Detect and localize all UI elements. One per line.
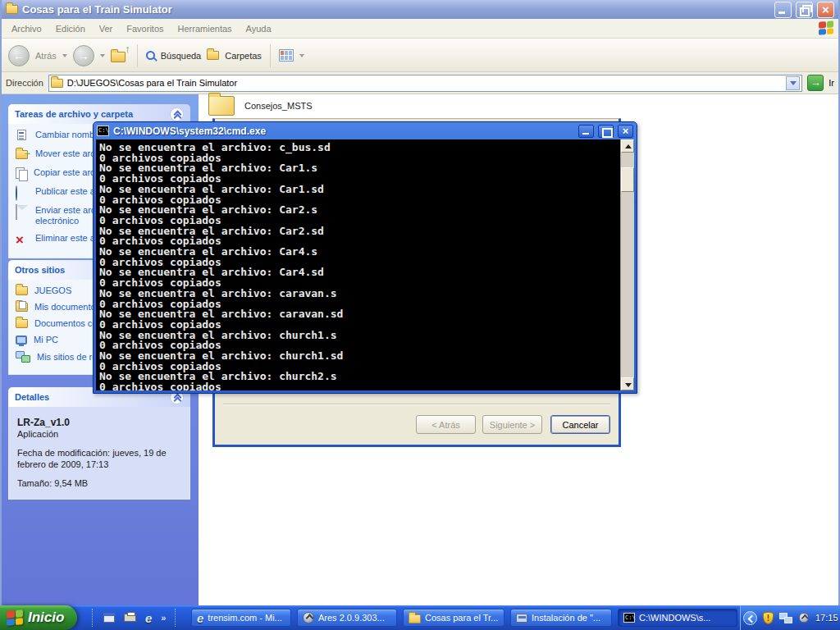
email-icon	[16, 205, 30, 217]
wizard-cancel-button[interactable]: Cancelar	[550, 415, 610, 434]
taskbar-clock[interactable]: 17:15	[815, 613, 838, 623]
cmd-minimize-button[interactable]	[578, 125, 594, 138]
taskbar-button-installer[interactable]: Instalación de "...	[510, 609, 612, 627]
taskbar-button-explorer[interactable]: Cosas para el Tr...	[403, 609, 504, 627]
toolbar: Atrás Búsqueda Carpetas	[2, 39, 838, 72]
menu-herramientas[interactable]: Herramientas	[178, 24, 232, 34]
quick-launch-app-icon[interactable]	[103, 613, 115, 623]
console-output: No se encuentra el archivo: c_bus.sd 0 a…	[96, 139, 620, 390]
toolbar-separator	[137, 44, 138, 67]
restore-button[interactable]	[796, 2, 813, 18]
taskbar-button-ares[interactable]: Ares 2.0.9.303...	[297, 609, 397, 627]
publish-icon	[16, 186, 30, 199]
installer-icon	[516, 614, 527, 623]
cmd-title: C:\WINDOWS\system32\cmd.exe	[113, 126, 574, 137]
taskbar-grip	[175, 609, 177, 627]
network-icon	[16, 351, 30, 363]
scrollbar-thumb[interactable]	[621, 167, 634, 192]
window-folder-icon	[6, 5, 18, 14]
search-icon[interactable]	[146, 51, 155, 60]
minimize-button[interactable]	[774, 2, 792, 18]
go-button-label[interactable]: Ir	[829, 78, 834, 88]
address-label: Dirección	[6, 78, 43, 88]
close-button[interactable]	[817, 2, 834, 18]
go-button-icon[interactable]	[807, 75, 824, 91]
other-places-title: Otros sitios	[15, 265, 65, 275]
move-icon	[16, 148, 30, 161]
cmd-window: C:\ C:\WINDOWS\system32\cmd.exe No se en…	[93, 121, 637, 394]
back-dropdown-icon[interactable]	[62, 54, 67, 57]
forward-button-icon[interactable]	[73, 45, 94, 66]
details-panel: Detalles LR-Za_v1.0 Aplicación Fecha de …	[8, 387, 190, 500]
details-file-type: Aplicación	[17, 428, 181, 440]
taskbar: Inicio e » e trensim.com - Mi... Ares 2.…	[0, 605, 840, 630]
taskbar-grip	[92, 609, 94, 627]
window-title: Cosas para el Train Simulator	[22, 3, 770, 16]
internet-explorer-icon[interactable]: e	[145, 612, 152, 624]
address-folder-icon	[51, 79, 63, 88]
console-area: No se encuentra el archivo: c_bus.sd 0 a…	[96, 139, 634, 390]
internet-explorer-icon: e	[197, 612, 203, 624]
delete-icon	[16, 233, 30, 245]
folder-icon	[208, 96, 235, 116]
start-button[interactable]: Inicio	[0, 605, 77, 630]
menu-archivo[interactable]: Archivo	[11, 24, 42, 34]
cmd-close-button[interactable]	[618, 125, 633, 138]
details-body: LR-Za_v1.0 Aplicación Fecha de modificac…	[8, 407, 190, 500]
shared-folder-icon	[16, 319, 28, 328]
views-icon[interactable]	[279, 49, 294, 62]
menu-ver[interactable]: Ver	[99, 24, 113, 34]
views-dropdown-icon[interactable]	[299, 54, 304, 57]
folders-icon[interactable]	[207, 51, 219, 60]
file-item-consejos[interactable]: Consejos_MSTS	[208, 96, 313, 116]
address-input[interactable]: D:\JUEGOS\Cosas para el Train Simulator	[48, 75, 802, 92]
menu-ayuda[interactable]: Ayuda	[246, 24, 272, 34]
tray-collapse-icon[interactable]	[743, 611, 757, 625]
forward-dropdown-icon[interactable]	[100, 54, 105, 57]
ares-tray-icon[interactable]	[799, 613, 810, 623]
cmd-icon: C:\	[97, 126, 109, 136]
cmd-maximize-button[interactable]	[598, 125, 614, 138]
security-shield-icon[interactable]	[763, 612, 774, 624]
copy-icon	[16, 167, 28, 180]
start-button-label: Inicio	[28, 609, 64, 626]
network-tray-icon[interactable]	[779, 613, 792, 623]
wizard-back-button[interactable]: < Atrás	[416, 415, 476, 434]
wizard-next-button[interactable]: Siguiente >	[482, 415, 542, 434]
menu-edicion[interactable]: Edición	[56, 24, 85, 34]
console-scrollbar[interactable]	[620, 139, 634, 390]
search-button-label[interactable]: Búsqueda	[161, 51, 202, 61]
rename-icon	[16, 130, 30, 142]
details-size: Tamaño: 9,54 MB	[17, 477, 181, 489]
explorer-titlebar[interactable]: Cosas para el Train Simulator	[2, 0, 838, 19]
quick-launch-overflow-icon[interactable]: »	[161, 613, 166, 623]
menu-favoritos[interactable]: Favoritos	[126, 24, 163, 34]
quick-launch-printer-icon[interactable]	[124, 614, 136, 622]
details-title: Detalles	[15, 392, 49, 402]
back-button-icon[interactable]	[8, 45, 30, 66]
cmd-icon: C:\	[623, 613, 635, 623]
desktop-screen: Cosas para el Train Simulator Archivo Ed…	[0, 0, 840, 630]
back-button-label[interactable]: Atrás	[35, 51, 57, 61]
system-tray: 17:15	[740, 605, 840, 630]
installer-separator	[223, 404, 610, 405]
scroll-down-icon[interactable]	[621, 377, 634, 390]
folder-icon	[16, 286, 28, 295]
up-folder-icon[interactable]	[111, 49, 129, 62]
menu-bar: Archivo Edición Ver Favoritos Herramient…	[2, 19, 838, 39]
scroll-up-icon[interactable]	[621, 139, 634, 153]
file-tasks-title: Tareas de archivo y carpeta	[15, 109, 133, 119]
folders-button-label[interactable]: Carpetas	[225, 51, 262, 61]
file-item-label[interactable]: Consejos_MSTS	[244, 101, 313, 111]
address-value: D:\JUEGOS\Cosas para el Train Simulator	[67, 78, 237, 88]
address-bar: Dirección D:\JUEGOS\Cosas para el Train …	[2, 72, 838, 94]
quick-launch-bar: e »	[92, 605, 177, 630]
collapse-chevron-icon[interactable]	[170, 107, 184, 121]
details-modified: Fecha de modificación: jueves, 19 de feb…	[17, 447, 181, 470]
taskbar-button-trensim[interactable]: e trensim.com - Mi...	[191, 609, 291, 627]
details-file-name: LR-Za_v1.0	[17, 417, 181, 428]
cmd-titlebar[interactable]: C:\ C:\WINDOWS\system32\cmd.exe	[94, 122, 637, 139]
taskbar-button-cmd[interactable]: C:\ C:\WINDOWS\s...	[618, 609, 737, 627]
folder-icon	[409, 614, 421, 623]
address-dropdown-icon[interactable]	[786, 76, 800, 90]
